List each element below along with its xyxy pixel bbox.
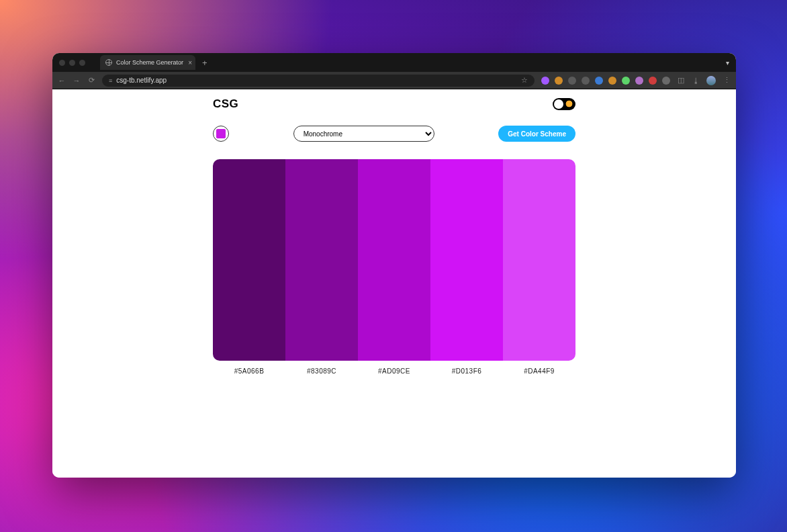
url-field[interactable]: ≡ csg-tb.netlify.app ☆ bbox=[102, 75, 535, 87]
hex-label[interactable]: #AD09CE bbox=[358, 367, 430, 375]
extension-icon[interactable] bbox=[541, 77, 549, 85]
site-settings-icon[interactable]: ≡ bbox=[109, 77, 112, 84]
hex-label[interactable]: #83089C bbox=[285, 367, 358, 375]
close-icon[interactable]: × bbox=[188, 59, 192, 66]
extension-icon[interactable] bbox=[568, 77, 576, 85]
extension-icon[interactable] bbox=[608, 77, 616, 85]
extensions-icon[interactable]: ◫ bbox=[677, 76, 685, 85]
palette-column[interactable] bbox=[285, 159, 358, 361]
tab-strip: Color Scheme Generator × + ▾ bbox=[52, 53, 736, 72]
app-content: CSG Monochrome Get Color Scheme #5A066B#… bbox=[213, 95, 575, 375]
browser-window: Color Scheme Generator × + ▾ ← → ⟳ ≡ csg… bbox=[52, 53, 736, 478]
browser-toolbar: ← → ⟳ ≡ csg-tb.netlify.app ☆ ◫ ⭳ ⋮ bbox=[52, 72, 736, 89]
toggle-knob bbox=[554, 99, 563, 109]
tab-title: Color Scheme Generator bbox=[116, 59, 183, 66]
scheme-mode-select[interactable]: Monochrome bbox=[293, 126, 434, 142]
palette-column[interactable] bbox=[430, 159, 503, 361]
new-tab-button[interactable]: + bbox=[202, 58, 207, 68]
palette-column[interactable] bbox=[358, 159, 430, 361]
window-traffic-lights[interactable] bbox=[59, 60, 85, 66]
hex-label[interactable]: #DA44F9 bbox=[503, 367, 575, 375]
reload-icon[interactable]: ⟳ bbox=[87, 76, 95, 85]
hex-label[interactable]: #5A066B bbox=[213, 367, 285, 375]
tab-active[interactable]: Color Scheme Generator × bbox=[100, 55, 195, 70]
palette-column[interactable] bbox=[503, 159, 575, 361]
extension-icon[interactable] bbox=[622, 77, 630, 85]
app-header: CSG bbox=[213, 95, 575, 114]
downloads-icon[interactable]: ⭳ bbox=[692, 77, 700, 85]
tab-overflow-icon[interactable]: ▾ bbox=[726, 59, 729, 66]
page-viewport: CSG Monochrome Get Color Scheme #5A066B#… bbox=[52, 89, 736, 478]
get-scheme-button[interactable]: Get Color Scheme bbox=[498, 126, 575, 142]
globe-icon bbox=[105, 59, 112, 66]
extension-icon[interactable] bbox=[649, 77, 657, 85]
hex-label[interactable]: #D013F6 bbox=[430, 367, 503, 375]
extension-icon[interactable] bbox=[555, 77, 563, 85]
hex-codes-row: #5A066B#83089C#AD09CE#D013F6#DA44F9 bbox=[213, 367, 575, 375]
sun-icon bbox=[565, 99, 573, 108]
extension-icon[interactable] bbox=[635, 77, 643, 85]
back-icon[interactable]: ← bbox=[58, 77, 66, 85]
profile-avatar[interactable] bbox=[706, 76, 716, 85]
theme-toggle[interactable] bbox=[553, 98, 575, 110]
app-logo: CSG bbox=[213, 97, 238, 111]
seed-color-picker[interactable] bbox=[213, 126, 229, 142]
controls-row: Monochrome Get Color Scheme bbox=[213, 126, 575, 142]
forward-icon[interactable]: → bbox=[73, 77, 81, 85]
extension-icon[interactable] bbox=[595, 77, 603, 85]
kebab-menu-icon[interactable]: ⋮ bbox=[723, 76, 731, 85]
seed-color-swatch bbox=[216, 129, 226, 138]
palette-column[interactable] bbox=[213, 159, 285, 361]
url-text: csg-tb.netlify.app bbox=[116, 77, 517, 84]
extension-icon[interactable] bbox=[662, 77, 670, 85]
extensions-row bbox=[541, 77, 670, 85]
palette bbox=[213, 159, 575, 361]
extension-icon[interactable] bbox=[582, 77, 590, 85]
bookmark-star-icon[interactable]: ☆ bbox=[521, 76, 528, 85]
